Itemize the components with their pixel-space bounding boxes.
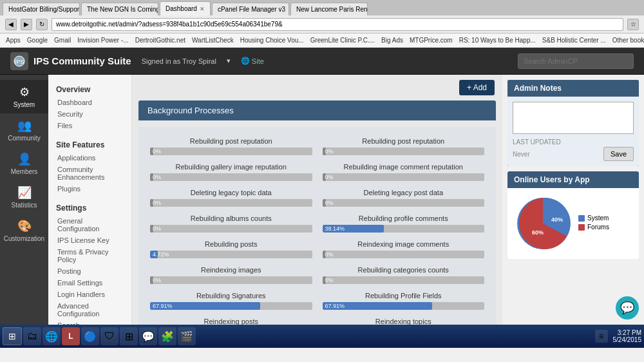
- sidebar-item-members-label: Members: [11, 168, 38, 175]
- nav-link-posting[interactable]: Posting: [48, 265, 131, 277]
- community-icon: 👥: [17, 119, 32, 133]
- taskbar-app-shield[interactable]: 🛡: [100, 327, 118, 345]
- tab-lancome[interactable]: New Lancome Paris Ren...✕: [290, 3, 368, 15]
- progress-fill-2: 0%: [150, 173, 153, 181]
- bookmark-invision[interactable]: Invision Power -...: [75, 37, 130, 44]
- bookmark-mtg[interactable]: MTGPrice.com: [408, 37, 455, 44]
- admin-notes-textarea[interactable]: [513, 102, 634, 134]
- search-box-top: [518, 53, 634, 69]
- taskbar-app-l[interactable]: L: [62, 327, 80, 345]
- progress-bar-bg-7: 38.14%: [323, 225, 485, 233]
- legend-item-system: System: [578, 214, 609, 222]
- progress-fill-8: 4.72%: [150, 251, 158, 258]
- bookmark-greenlite[interactable]: GreenLite Clinic P.C....: [308, 37, 377, 44]
- address-input[interactable]: [52, 18, 623, 31]
- progress-text-3: 0%: [325, 173, 334, 181]
- progress-fill-4: 0%: [150, 199, 153, 207]
- process-item-5: Deleting legacy post data0%: [317, 185, 490, 211]
- site-link[interactable]: 🌐 Site: [241, 57, 264, 65]
- tab-bar: HostGator Billing/Suppor...✕ The New DGN…: [0, 0, 644, 15]
- process-item-10: Reindexing images0%: [145, 262, 317, 288]
- progress-fill-7: 38.14%: [323, 225, 384, 233]
- nav-link-ips-license[interactable]: IPS License Key: [48, 234, 131, 246]
- taskbar-app-chrome[interactable]: 🔵: [81, 327, 99, 345]
- svg-text:60%: 60%: [532, 229, 544, 236]
- back-btn[interactable]: ◀: [5, 19, 17, 30]
- progress-fill-11: 0%: [323, 276, 326, 284]
- progress-text-5: 0%: [325, 199, 334, 207]
- progress-text-6: 0%: [153, 225, 161, 233]
- nav-link-search[interactable]: Search: [48, 319, 131, 325]
- sidebar-item-statistics[interactable]: 📈 Statistics: [0, 180, 48, 214]
- process-label-8: Rebuilding posts: [150, 240, 312, 248]
- nav-link-login-handlers[interactable]: Login Handlers: [48, 289, 131, 300]
- tab-dgn[interactable]: The New DGN Is Coming✕: [81, 3, 158, 15]
- bookmark-gmail[interactable]: Gmail: [52, 37, 73, 44]
- taskbar-app-grid[interactable]: ⊞: [120, 327, 138, 345]
- taskbar-app-film[interactable]: 🎬: [178, 327, 196, 345]
- bookmark-detroitgothic[interactable]: DertroitGothic.net: [133, 37, 187, 44]
- taskbar-app-chat[interactable]: 💬: [139, 327, 157, 345]
- start-button[interactable]: ⊞: [3, 327, 22, 345]
- taskbar-app-ie[interactable]: 🌐: [43, 327, 61, 345]
- progress-text-8: 4.72%: [153, 251, 169, 258]
- globe-icon: 🌐: [241, 57, 250, 65]
- taskbar-app-explorer[interactable]: 🗂: [23, 327, 41, 345]
- bookmark-google[interactable]: Google: [25, 37, 50, 44]
- bookmark-other[interactable]: Other bookmarks: [611, 37, 644, 44]
- bookmark-s&b[interactable]: S&B Holistic Center ...: [540, 37, 608, 44]
- process-label-7: Rebuilding profile comments: [323, 214, 485, 222]
- nav-link-security[interactable]: Security: [48, 108, 131, 120]
- progress-fill-10: 0%: [150, 276, 153, 284]
- sidebar: ⚙ System 👥 Community 👤 Members 📈 Statist…: [0, 75, 48, 325]
- chat-button[interactable]: 💬: [616, 296, 639, 319]
- sidebar-item-members[interactable]: 👤 Members: [0, 147, 48, 180]
- progress-fill-12: 67.91%: [150, 302, 260, 310]
- star-btn[interactable]: ☆: [627, 19, 639, 30]
- process-item-3: Rebuilding image comment reputation0%: [317, 159, 490, 185]
- system-legend-label: System: [587, 214, 609, 222]
- taskbar-app-puzzle[interactable]: 🧩: [158, 327, 176, 345]
- nav-link-email-settings[interactable]: Email Settings: [48, 277, 131, 289]
- nav-link-files[interactable]: Files: [48, 120, 131, 131]
- bookmark-apps[interactable]: Apps: [4, 37, 23, 44]
- tab-cpanel[interactable]: cPanel File Manager v3✕: [212, 3, 289, 15]
- bookmark-rs[interactable]: RS: 10 Ways to Be Happ...: [457, 37, 538, 44]
- tab-dashboard[interactable]: Dashboard✕: [160, 1, 211, 15]
- pie-chart: 40% 60%: [514, 195, 572, 252]
- right-panel: Admin Notes LAST UPDATED Never Save Onli…: [502, 75, 644, 325]
- last-updated-value: Never: [513, 151, 530, 158]
- bookmark-wartlist[interactable]: WartListCheck: [190, 37, 236, 44]
- process-label-12: Rebuilding Signatures: [150, 292, 312, 300]
- nav-link-advanced-config[interactable]: Advanced Configuration: [48, 300, 131, 319]
- save-button[interactable]: Save: [603, 147, 634, 161]
- tab-hostgator[interactable]: HostGator Billing/Suppor...✕: [3, 3, 80, 15]
- admin-notes-title: Admin Notes: [507, 80, 639, 97]
- add-button[interactable]: + Add: [459, 80, 495, 95]
- address-bar: ◀ ▶ ↻ ☆: [0, 15, 644, 33]
- taskbar: ⊞ 🗂 🌐 L 🔵 🛡 ⊞ 💬 🧩 🎬 ≡ 3:27 PM 5/24/2015: [0, 325, 644, 348]
- nav-section-overview: Overview: [48, 80, 131, 97]
- progress-fill-9: 0%: [323, 251, 326, 258]
- refresh-btn[interactable]: ↻: [36, 19, 48, 30]
- nav-link-general-config[interactable]: General Configuration: [48, 215, 131, 234]
- sidebar-item-customization[interactable]: 🎨 Customization: [0, 214, 48, 247]
- process-label-14: Reindexing posts: [150, 318, 312, 325]
- nav-link-community-enhancements[interactable]: Community Enhancements: [48, 164, 131, 183]
- sidebar-item-community[interactable]: 👥 Community: [0, 113, 48, 147]
- online-users-panel: Online Users by App: [507, 171, 639, 259]
- nav-link-terms-privacy[interactable]: Terms & Privacy Policy: [48, 246, 131, 265]
- bookmark-housing[interactable]: Housing Choice Vou...: [238, 37, 306, 44]
- nav-link-dashboard[interactable]: Dashboard: [48, 97, 131, 108]
- sidebar-item-system[interactable]: ⚙ System: [0, 80, 48, 113]
- nav-link-applications[interactable]: Applications: [48, 152, 131, 164]
- nav-link-plugins[interactable]: Plugins: [48, 183, 131, 195]
- forward-btn[interactable]: ▶: [21, 19, 32, 30]
- taskbar-time: 3:27 PM 5/24/2015: [613, 329, 642, 343]
- bg-processes-title: Background Processes: [138, 100, 496, 120]
- process-label-10: Reindexing images: [150, 266, 312, 274]
- progress-bar-bg-2: 0%: [150, 173, 312, 181]
- bookmark-bigads[interactable]: Big Ads: [379, 37, 405, 44]
- admin-search-input[interactable]: [518, 53, 634, 69]
- taskbar-reorder-icon[interactable]: ≡: [595, 330, 608, 343]
